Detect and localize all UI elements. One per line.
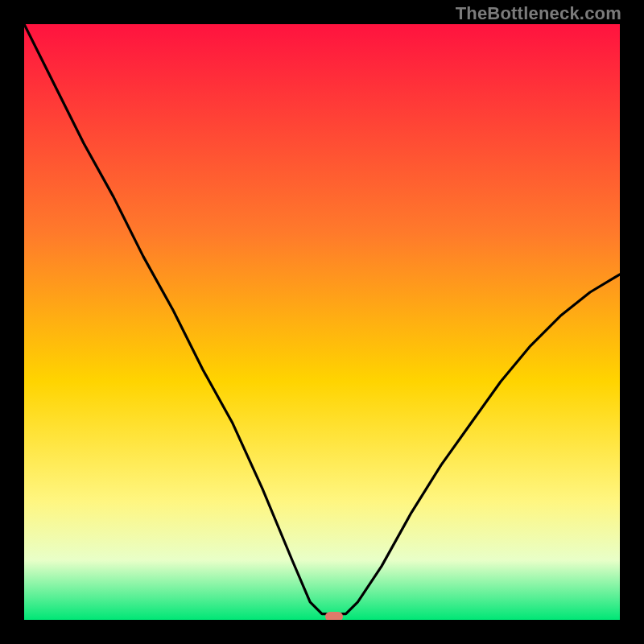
- plot-area: [24, 24, 620, 620]
- background-gradient: [24, 24, 620, 620]
- chart-frame: TheBottleneck.com: [0, 0, 644, 644]
- optimum-marker: [325, 612, 343, 620]
- svg-rect-0: [24, 24, 620, 620]
- watermark-text: TheBottleneck.com: [456, 3, 621, 24]
